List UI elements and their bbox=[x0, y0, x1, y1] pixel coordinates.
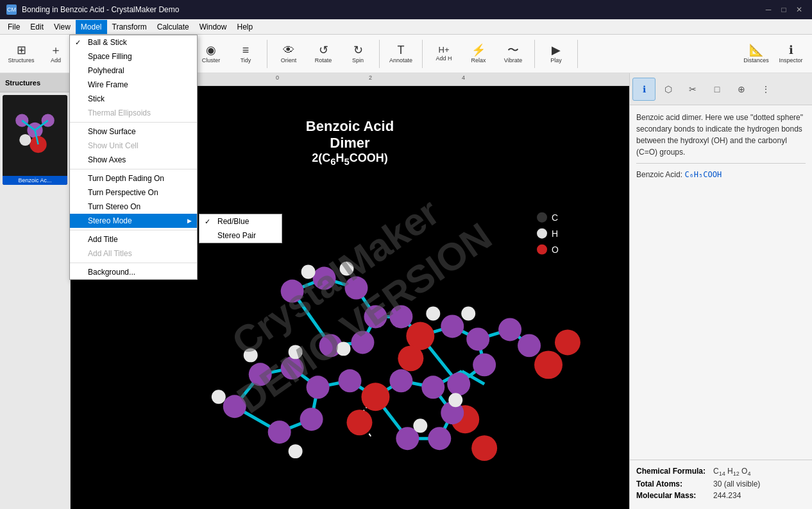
sites-button[interactable]: ⊕ bbox=[730, 78, 753, 101]
svg-point-75 bbox=[244, 348, 258, 362]
distances-icon: 📐 bbox=[749, 44, 763, 56]
formula-value: C₆H₅COOH bbox=[684, 170, 722, 179]
dropdown-sep-1 bbox=[70, 122, 197, 123]
menu-edit[interactable]: Edit bbox=[25, 20, 49, 34]
menu-depth-fading[interactable]: Turn Depth Fading On bbox=[70, 171, 197, 185]
close-button[interactable]: ✕ bbox=[793, 3, 806, 16]
bond-button[interactable]: ✂ bbox=[681, 78, 704, 101]
menu-add-all-titles: Add All Titles bbox=[70, 246, 197, 261]
inspector-panel: ℹ ⬡ ✂ □ ⊕ ⋮ Benzoic acid dimer. Here we … bbox=[629, 73, 812, 509]
svg-point-69 bbox=[447, 372, 470, 395]
svg-point-55 bbox=[428, 427, 451, 450]
menu-polyhedral[interactable]: Polyhedral bbox=[70, 64, 197, 78]
title-bar: CM Bonding in Benzoic Acid - CrystalMake… bbox=[0, 0, 812, 19]
menu-model[interactable]: Model bbox=[76, 20, 107, 34]
svg-point-71 bbox=[518, 334, 541, 357]
spin-button[interactable]: ↻ Spin bbox=[342, 37, 374, 71]
orient-label: Orient bbox=[281, 57, 297, 64]
svg-point-83 bbox=[461, 306, 475, 320]
atom-button[interactable]: ⬡ bbox=[657, 78, 680, 101]
ruler-mark-3: 0 bbox=[276, 74, 279, 81]
model-dropdown: Ball & Stick Space Filling Polyhedral Wi… bbox=[69, 35, 198, 280]
submenu-stereo-pair[interactable]: Stereo Pair bbox=[199, 229, 282, 243]
add-button[interactable]: ＋ Add bbox=[40, 37, 72, 71]
orient-button[interactable]: 👁 Orient bbox=[273, 37, 305, 71]
svg-point-68 bbox=[473, 353, 496, 376]
orient-icon: 👁 bbox=[283, 44, 294, 56]
ruler-mark-5: 4 bbox=[462, 74, 465, 81]
menu-calculate[interactable]: Calculate bbox=[152, 20, 194, 34]
svg-point-76 bbox=[289, 345, 303, 359]
menu-stereo[interactable]: Turn Stereo On bbox=[70, 200, 197, 214]
stereo-mode-submenu: Red/Blue Stereo Pair bbox=[199, 214, 282, 243]
svg-point-46 bbox=[268, 420, 291, 444]
svg-point-45 bbox=[300, 408, 323, 431]
addH-icon: H+ bbox=[439, 46, 450, 54]
structures-icon: ⊞ bbox=[17, 44, 26, 56]
menu-view[interactable]: View bbox=[49, 20, 76, 34]
svg-point-60 bbox=[364, 305, 387, 328]
menu-wire-frame[interactable]: Wire Frame bbox=[70, 78, 197, 92]
menu-ball-stick[interactable]: Ball & Stick bbox=[70, 35, 197, 49]
svg-point-84 bbox=[448, 393, 462, 407]
maximize-button[interactable]: □ bbox=[777, 3, 790, 16]
ruler-mark-4: 2 bbox=[369, 74, 372, 81]
menu-space-filling[interactable]: Space Filling bbox=[70, 49, 197, 64]
minimize-button[interactable]: ─ bbox=[762, 3, 775, 16]
molecular-mass-value: 244.234 bbox=[713, 491, 741, 500]
vibrate-button[interactable]: 〜 Vibrate bbox=[497, 37, 529, 71]
submenu-red-blue[interactable]: Red/Blue bbox=[199, 214, 282, 229]
annotate-button[interactable]: T Annotate bbox=[385, 37, 417, 71]
svg-point-57 bbox=[281, 280, 304, 303]
menu-add-title[interactable]: Add Title bbox=[70, 232, 197, 246]
addH-button[interactable]: H+ Add H bbox=[428, 37, 460, 71]
inspector-button[interactable]: ℹ Inspector bbox=[775, 37, 807, 71]
menu-window[interactable]: Window bbox=[194, 20, 232, 34]
tidy-button[interactable]: ≡ Tidy bbox=[230, 37, 262, 71]
menu-show-surface[interactable]: Show Surface bbox=[70, 125, 197, 139]
menu-background[interactable]: Background... bbox=[70, 265, 197, 279]
svg-point-3 bbox=[30, 136, 46, 153]
cluster-button[interactable]: ◉ Cluster bbox=[195, 37, 227, 71]
tidy-label: Tidy bbox=[241, 57, 251, 64]
info-button[interactable]: ℹ bbox=[632, 78, 656, 101]
menu-show-unit-cell: Show Unit Cell bbox=[70, 139, 197, 153]
play-button[interactable]: ▶ Play bbox=[540, 37, 572, 71]
svg-point-82 bbox=[426, 306, 440, 320]
toolbar-separator-6 bbox=[534, 40, 535, 68]
inspector-icon: ℹ bbox=[789, 44, 793, 56]
structures-button[interactable]: ⊞ Structures bbox=[5, 37, 37, 71]
relax-label: Relax bbox=[471, 57, 486, 64]
rotate-button[interactable]: ↺ Rotate bbox=[307, 37, 339, 71]
menu-perspective[interactable]: Turn Perspective On bbox=[70, 185, 197, 200]
menu-stick[interactable]: Stick bbox=[70, 92, 197, 106]
menu-show-axes[interactable]: Show Axes bbox=[70, 153, 197, 167]
relax-button[interactable]: ⚡ Relax bbox=[462, 37, 495, 71]
chem-formula-label: Chemical Formula: bbox=[636, 467, 713, 476]
inspector-label: Inspector bbox=[779, 57, 802, 64]
add-icon: ＋ bbox=[50, 44, 62, 56]
cluster-label: Cluster bbox=[202, 57, 221, 64]
svg-point-47 bbox=[339, 369, 362, 392]
svg-text:H: H bbox=[552, 229, 558, 239]
structure-button[interactable]: □ bbox=[706, 78, 729, 101]
svg-point-51 bbox=[471, 435, 497, 461]
menu-stereo-mode[interactable]: Stereo Mode bbox=[70, 214, 197, 228]
menu-transform[interactable]: Transform bbox=[107, 20, 152, 34]
formula-prefix: Benzoic Acid: bbox=[636, 170, 684, 179]
add-label: Add bbox=[51, 57, 61, 64]
grid-button[interactable]: ⋮ bbox=[754, 78, 777, 101]
distances-button[interactable]: 📐 Distances bbox=[740, 37, 772, 71]
inspector-description: Benzoic acid dimer. Here we use "dotted … bbox=[636, 112, 806, 158]
sidebar-header: Structures bbox=[0, 73, 70, 92]
menu-help[interactable]: Help bbox=[232, 20, 258, 34]
svg-point-53 bbox=[421, 375, 444, 399]
thumbnail[interactable]: Benzoic Ac... bbox=[3, 95, 67, 185]
play-label: Play bbox=[550, 57, 562, 64]
annotate-icon: T bbox=[398, 44, 405, 56]
tidy-icon: ≡ bbox=[242, 44, 250, 56]
sidebar-left: Structures Benzoic Ac... bbox=[0, 73, 71, 509]
menu-file[interactable]: File bbox=[3, 20, 25, 34]
vibrate-label: Vibrate bbox=[504, 57, 522, 64]
svg-point-81 bbox=[337, 341, 351, 356]
